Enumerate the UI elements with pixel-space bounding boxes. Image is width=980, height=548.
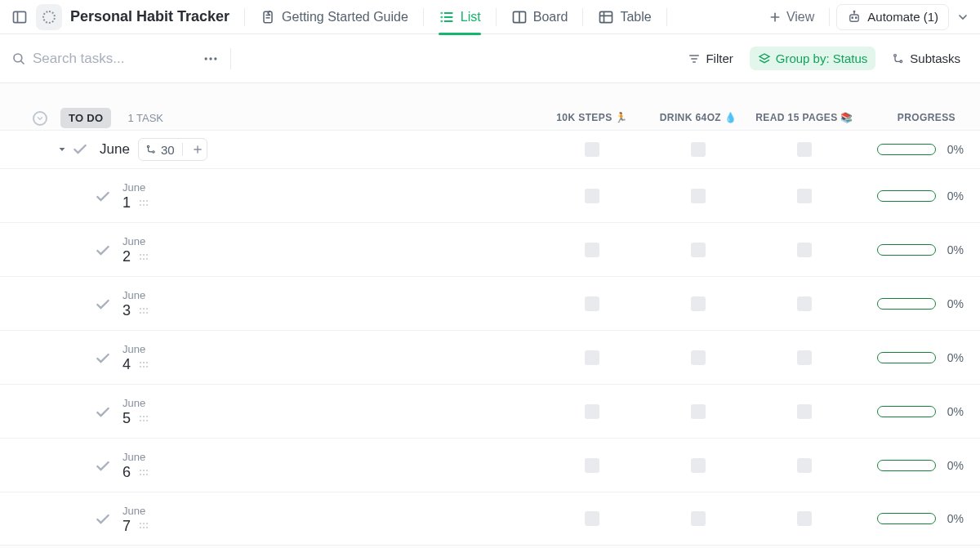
tab-getting-started[interactable]: Getting Started Guide: [252, 0, 416, 34]
checkbox-steps[interactable]: [585, 511, 599, 526]
svg-point-65: [140, 420, 141, 421]
progress-bar: [877, 190, 936, 202]
checkbox-steps[interactable]: [585, 350, 599, 365]
sidebar-toggle-button[interactable]: [8, 6, 31, 29]
task-row-subtask[interactable]: June 1 0%: [0, 168, 980, 222]
task-row-subtask[interactable]: June 6 0%: [0, 438, 980, 492]
progress-cell: 0%: [858, 405, 964, 418]
drag-handle-icon[interactable]: [139, 307, 149, 315]
checkbox-steps[interactable]: [585, 458, 599, 473]
svg-point-34: [147, 145, 149, 147]
check-icon[interactable]: [72, 141, 88, 158]
drag-handle-icon[interactable]: [139, 253, 149, 261]
add-view-button[interactable]: View: [760, 10, 822, 25]
task-row-subtask[interactable]: June 2 0%: [0, 222, 980, 276]
svg-marker-31: [760, 54, 769, 60]
svg-point-42: [143, 204, 145, 206]
check-icon[interactable]: [95, 404, 111, 421]
task-row-subtask[interactable]: June 4 0%: [0, 330, 980, 384]
checkbox-steps[interactable]: [585, 404, 599, 419]
tab-list[interactable]: List: [430, 0, 489, 34]
divider: [829, 8, 830, 26]
caret-down-icon[interactable]: [57, 145, 67, 154]
column-header-progress[interactable]: PROGRESS: [858, 112, 964, 123]
checkbox-steps[interactable]: [585, 296, 599, 311]
subtask-count-badge[interactable]: 30: [138, 138, 207, 161]
check-icon[interactable]: [95, 189, 111, 205]
status-pill[interactable]: TO DO: [60, 108, 111, 128]
checkbox-read[interactable]: [797, 404, 812, 419]
checkbox-drink[interactable]: [691, 142, 706, 157]
checkbox-drink[interactable]: [691, 243, 706, 257]
subtask-month: June: [122, 235, 149, 247]
chevron-down-small-icon: [36, 114, 44, 123]
drag-handle-icon[interactable]: [139, 415, 149, 423]
column-header-drink[interactable]: DRINK 64OZ 💧: [645, 112, 751, 123]
subtask-day: 7: [122, 518, 131, 535]
tab-label: Table: [620, 10, 651, 25]
checkbox-read[interactable]: [797, 189, 812, 203]
task-row-subtask[interactable]: June 7 0%: [0, 492, 980, 546]
svg-point-25: [205, 57, 207, 60]
toolbar-more-button[interactable]: [199, 47, 222, 70]
task-row-parent[interactable]: June 30 0%: [0, 130, 980, 168]
checkbox-steps[interactable]: [585, 189, 599, 203]
progress-cell: 0%: [858, 459, 964, 472]
checkbox-read[interactable]: [797, 350, 812, 365]
check-icon[interactable]: [95, 511, 111, 528]
checkbox-read[interactable]: [797, 296, 812, 311]
column-header-steps[interactable]: 10K STEPS 🏃: [539, 112, 645, 123]
svg-point-35: [153, 151, 154, 153]
add-subtask-button[interactable]: [190, 144, 205, 155]
task-row-subtask[interactable]: June 3 0%: [0, 276, 980, 330]
filter-button[interactable]: Filter: [679, 47, 741, 70]
checkbox-steps[interactable]: [585, 243, 599, 257]
checkbox-drink[interactable]: [691, 404, 706, 419]
checkbox-read[interactable]: [797, 511, 812, 526]
check-icon[interactable]: [95, 458, 111, 474]
more-menu-button[interactable]: [954, 4, 972, 30]
workspace-icon[interactable]: [36, 4, 62, 30]
automate-button[interactable]: Automate (1): [836, 4, 949, 30]
subtasks-button[interactable]: Subtasks: [884, 47, 969, 70]
divider: [423, 8, 424, 26]
status-circle-icon[interactable]: [33, 111, 47, 126]
robot-icon: [847, 10, 862, 25]
svg-point-54: [143, 312, 145, 314]
search-input[interactable]: [33, 51, 196, 67]
page-title[interactable]: Personal Habit Tracker: [70, 8, 229, 25]
check-icon[interactable]: [95, 296, 111, 313]
svg-point-45: [143, 254, 145, 256]
checkbox-drink[interactable]: [691, 189, 706, 203]
check-icon[interactable]: [95, 350, 111, 367]
svg-rect-0: [14, 11, 26, 22]
progress-cell: 0%: [858, 351, 964, 364]
checkbox-read[interactable]: [797, 458, 812, 473]
filter-label: Filter: [706, 51, 733, 65]
subtask-branch-icon: [145, 144, 157, 155]
column-header-read[interactable]: READ 15 PAGES 📚: [751, 112, 858, 123]
drag-handle-icon[interactable]: [139, 469, 149, 477]
tab-board[interactable]: Board: [503, 0, 577, 34]
divider: [666, 8, 667, 26]
checkbox-read[interactable]: [797, 243, 812, 257]
checkbox-drink[interactable]: [691, 296, 706, 311]
checkbox-read[interactable]: [797, 142, 812, 157]
group-by-button[interactable]: Group by: Status: [750, 47, 876, 70]
svg-point-57: [143, 362, 145, 363]
chevron-down-icon: [956, 11, 969, 24]
drag-handle-icon[interactable]: [139, 199, 149, 207]
checkbox-steps[interactable]: [585, 142, 599, 157]
progress-cell: 0%: [858, 189, 964, 203]
checkbox-drink[interactable]: [691, 511, 706, 526]
drag-handle-icon[interactable]: [139, 522, 149, 530]
check-icon[interactable]: [95, 243, 111, 259]
progress-bar: [877, 513, 936, 524]
checkbox-drink[interactable]: [691, 458, 706, 473]
tab-table[interactable]: Table: [590, 0, 659, 34]
svg-point-66: [143, 420, 145, 421]
task-row-subtask[interactable]: June 5 0%: [0, 384, 980, 438]
checkbox-drink[interactable]: [691, 350, 706, 365]
progress-bar: [877, 144, 936, 155]
drag-handle-icon[interactable]: [139, 361, 149, 369]
